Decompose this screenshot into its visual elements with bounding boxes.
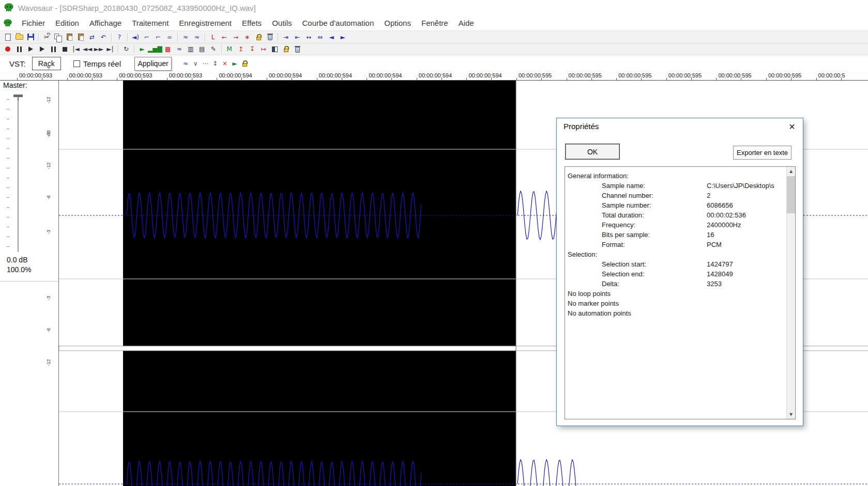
pencil-icon[interactable]: ✎ [208, 44, 219, 55]
close-icon[interactable]: ✕ [784, 120, 800, 133]
go-end-icon[interactable]: ►| [104, 44, 116, 55]
marker-right-icon[interactable]: → [230, 32, 241, 42]
property-label: Sample name: [602, 182, 645, 190]
lock-markers-icon[interactable] [253, 32, 264, 42]
marker-all-icon[interactable]: ∗ [241, 32, 253, 42]
ok-button[interactable]: OK [565, 144, 620, 160]
spectrum-icon[interactable]: ▂▅▇ [148, 44, 162, 55]
dialog-title: Propriétés [564, 122, 599, 131]
vst-lock-icon[interactable] [240, 59, 249, 68]
menu-affichage[interactable]: Affichage [84, 19, 127, 27]
level-meter-icon[interactable]: ▥ [185, 44, 196, 55]
wave-view-icon[interactable]: ≈ [174, 44, 185, 55]
scroll-down-icon[interactable]: ▼ [787, 410, 795, 419]
pause-2-icon[interactable] [48, 44, 59, 55]
go-start-icon[interactable]: |◄ [70, 44, 82, 55]
paste-icon[interactable] [64, 32, 75, 42]
app-logo-icon [4, 3, 14, 13]
prev-view-icon[interactable]: ◄ [326, 32, 337, 42]
save-file-icon[interactable] [25, 32, 36, 42]
undo-icon[interactable]: ↶ [98, 32, 109, 42]
timeline-ruler[interactable]: 00:00:00:59300:00:00:59300:00:00:59300:0… [0, 72, 868, 81]
menu-aide[interactable]: Aide [453, 19, 479, 27]
zoom-all-icon[interactable]: ⇔ [314, 32, 326, 42]
menu-traitement[interactable]: Traitement [127, 19, 174, 27]
loop-start-marker-icon[interactable]: L [207, 32, 219, 42]
copy-icon[interactable] [52, 32, 64, 42]
timeline-label: 00:00:00:593 [69, 72, 102, 79]
menu-edition[interactable]: Edition [50, 19, 84, 27]
dialog-scrollbar[interactable]: ▲ ▼ [786, 167, 795, 419]
loop-playback-icon[interactable]: ↻ [120, 44, 132, 55]
property-row: Bits per sample:16 [565, 231, 786, 241]
speaker-icon[interactable]: ◄) [130, 32, 141, 42]
menu-fen-tre[interactable]: Fenêtre [416, 19, 453, 27]
play-file-icon[interactable]: ► [136, 44, 148, 55]
statistics-icon[interactable]: ▤ [196, 44, 208, 55]
property-value: 16 [707, 231, 714, 239]
property-value: 00:00:02:536 [707, 211, 746, 219]
export-text-button[interactable]: Exporter en texte [733, 146, 791, 160]
marker-left-icon[interactable]: ← [219, 32, 230, 42]
record-icon[interactable] [2, 44, 13, 55]
channel-convert-icon[interactable] [269, 44, 281, 55]
resize-icon[interactable]: ↕ [210, 59, 220, 68]
toolbar-separator [278, 33, 278, 41]
main-toolbar: ✂⇄↶?◄)⌐⌐∞≈≈L←→∗⇥⇤↔⇔◄► [0, 30, 868, 43]
stop-icon[interactable] [59, 44, 70, 55]
menu-fichier[interactable]: Fichier [17, 19, 50, 27]
process-icon[interactable]: ► [230, 59, 239, 68]
repeat-icon[interactable]: ⇄ [86, 32, 98, 42]
marker-down-icon[interactable]: ↧ [247, 44, 258, 55]
zoom-horizontal-icon[interactable]: ↔ [303, 32, 314, 42]
dropdown-icon[interactable]: ∨ [191, 59, 200, 68]
delete-markers-icon[interactable] [264, 32, 276, 42]
play-selection-icon[interactable] [25, 44, 36, 55]
mono-icon[interactable]: M [224, 44, 235, 55]
automation-curve-icon[interactable]: ≈ [181, 59, 190, 68]
menu-effets[interactable]: Effets [237, 19, 267, 27]
wave-insert-icon[interactable]: ≈ [180, 32, 191, 42]
toolbar-separator [127, 33, 128, 41]
menu-enregistrement[interactable]: Enregistrement [174, 19, 237, 27]
scroll-thumb[interactable] [787, 176, 795, 213]
pause-icon[interactable] [13, 44, 25, 55]
trim-icon[interactable]: ⌐ [153, 32, 164, 42]
marker-next-icon[interactable]: ↦ [258, 44, 269, 55]
menu-options[interactable]: Options [379, 19, 416, 27]
marker-up-icon[interactable]: ↥ [235, 44, 247, 55]
insert-silence-icon[interactable]: ⌐ [141, 32, 153, 42]
timeline-tick [317, 78, 317, 80]
menu-courbe-d-automation[interactable]: Courbe d'automation [297, 19, 379, 27]
play-icon[interactable] [36, 44, 48, 55]
timeline-label: 00:00:00:594 [419, 72, 452, 79]
lock-icon[interactable] [281, 44, 292, 55]
property-row: Selection start:1424797 [565, 260, 786, 270]
paste-insert-icon[interactable] [75, 32, 86, 42]
next-view-icon[interactable]: ► [337, 32, 348, 42]
zoom-out-selection-icon[interactable]: ⇤ [292, 32, 303, 42]
delete-icon[interactable] [292, 44, 303, 55]
open-file-icon[interactable] [13, 32, 25, 42]
apply-button[interactable]: Appliquer [134, 57, 172, 71]
remove-icon[interactable]: × [220, 59, 230, 68]
property-row: No marker points [565, 300, 786, 309]
timeline-tick [391, 78, 392, 80]
master-slider-track[interactable] [18, 96, 19, 252]
rewind-icon[interactable]: ◄◄ [82, 44, 93, 55]
help-icon[interactable]: ? [114, 32, 125, 42]
amplitude-scale-label: -6 [46, 61, 51, 74]
timeline-tick [666, 78, 667, 80]
more-icon[interactable]: ⋯ [201, 59, 210, 68]
menu-outils[interactable]: Outils [267, 19, 297, 27]
master-gain-slider[interactable] [13, 95, 23, 97]
wave-mix-icon[interactable]: ≈ [191, 32, 203, 42]
link-icon[interactable]: ∞ [164, 32, 175, 42]
forward-icon[interactable]: ►► [93, 44, 104, 55]
realtime-checkbox[interactable] [73, 60, 80, 67]
zoom-selection-icon[interactable]: ⇥ [280, 32, 292, 42]
window-title: Wavosaur - [SDRSharp_20180430_072508Z_43… [18, 4, 256, 12]
sonogram-icon[interactable]: ▩ [162, 44, 174, 55]
scroll-up-icon[interactable]: ▲ [787, 167, 795, 176]
new-file-icon[interactable] [2, 32, 13, 42]
